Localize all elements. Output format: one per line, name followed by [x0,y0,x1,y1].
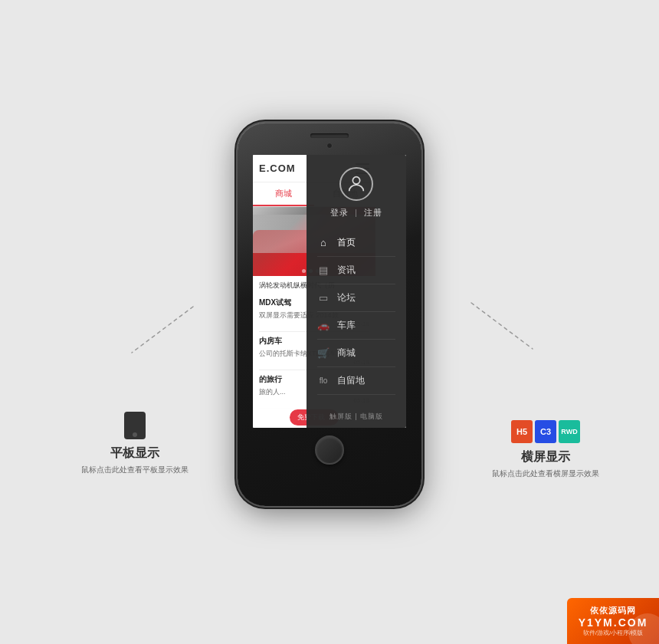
menu-item-home[interactable]: ⌂ 首页 [317,229,395,257]
horizontal-subtitle: 鼠标点击此处查看横屏显示效果 [492,468,599,479]
rwd-badge: RWD [559,420,580,443]
watermark-badge: 依依源码网 Y1YM.COM 软件/游戏/小程序/模版 [567,598,659,644]
watermark-site-name: 依依源码网 [590,605,636,616]
phone-camera [326,143,333,149]
screen-content: E.COM 商城 自留地 [253,155,406,428]
connector-left [124,299,201,360]
forum-icon: ▭ [317,292,330,304]
home-button[interactable] [315,435,344,465]
phone-device: E.COM 商城 自留地 [238,123,421,506]
menu-item-field[interactable]: flo 自留地 [317,367,395,395]
shop-icon: 🛒 [317,347,330,360]
menu-footer: 触屏版 | 电脑版 [307,412,406,422]
slide-menu: 登录 | 注册 ⌂ 首页 ▤ 资讯 ▭ 论坛 [307,155,406,428]
horizontal-title: 横屏显示 [521,449,570,465]
connector-right [464,295,540,356]
svg-point-0 [352,177,359,184]
tab-shop[interactable]: 商城 [253,182,314,206]
menu-item-garage[interactable]: 🚗 车库 [317,312,395,340]
divider: | [355,208,361,217]
register-link[interactable]: 注册 [364,208,382,217]
footer-text: 触屏版 | 电脑版 [330,412,383,420]
login-register: 登录 | 注册 [330,207,382,219]
user-avatar[interactable] [339,167,373,201]
home-icon: ⌂ [317,237,330,249]
phone-speaker [310,133,349,138]
field-icon: flo [317,375,330,387]
menu-item-forum[interactable]: ▭ 论坛 [317,284,395,312]
css3-badge: C3 [535,420,556,443]
menu-label-shop: 商城 [337,347,356,360]
dot-1 [302,269,306,273]
menu-item-news[interactable]: ▤ 资讯 [317,257,395,284]
tablet-subtitle: 鼠标点击此处查看平板显示效果 [81,465,189,475]
menu-label-forum: 论坛 [337,291,356,304]
menu-label-field: 自留地 [337,374,365,387]
menu-label-news: 资讯 [337,264,356,277]
menu-item-shop[interactable]: 🛒 商城 [317,340,395,367]
tablet-title: 平板显示 [110,445,159,462]
news-icon: ▤ [317,264,330,277]
tablet-icon [124,412,146,439]
html5-badge: H5 [511,420,533,443]
html5-badges: H5 C3 RWD [511,420,580,443]
app-logo: E.COM [259,163,296,174]
menu-label-garage: 车库 [337,319,356,332]
menu-label-home: 首页 [337,236,356,249]
phone-screen: E.COM 商城 自留地 [253,155,406,428]
login-link[interactable]: 登录 [330,208,349,217]
menu-items-list: ⌂ 首页 ▤ 资讯 ▭ 论坛 🚗 车库 [307,229,406,395]
user-icon [346,173,367,195]
garage-icon: 🚗 [317,320,330,332]
horizontal-label[interactable]: H5 C3 RWD 横屏显示 鼠标点击此处查看横屏显示效果 [492,420,599,479]
tablet-label[interactable]: 平板显示 鼠标点击此处查看平板显示效果 [81,412,189,475]
